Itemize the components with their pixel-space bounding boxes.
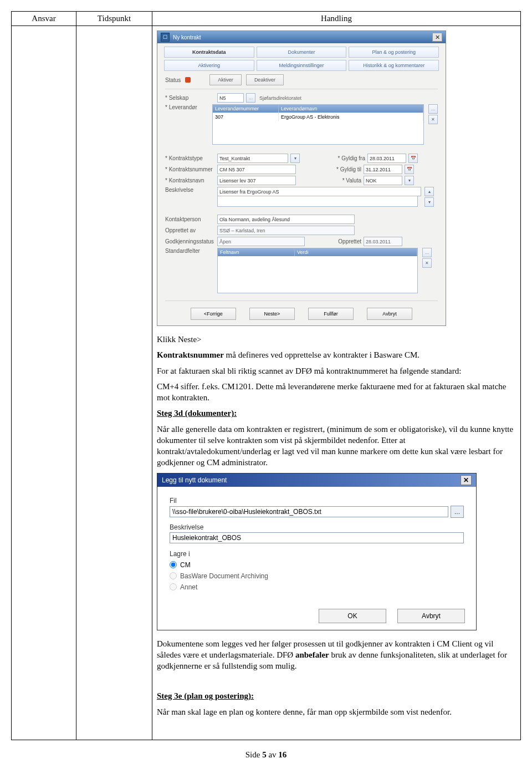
lev-delete-icon[interactable]: ✕ [428, 115, 438, 124]
fil-input[interactable] [170, 506, 448, 517]
cell-handling: ☐ Ny kontrakt ✕ Kontraktsdata Dokumenter… [152, 26, 521, 740]
std-head-feltnavn: Feltnavn [218, 248, 295, 256]
radio-cm[interactable]: CM [170, 561, 464, 569]
radio-annet[interactable]: Annet [170, 583, 464, 591]
gyldigfra-input[interactable]: 28.03.2011 [367, 154, 406, 163]
text-step3e-body: Når man skal lage en plan og kontere den… [157, 706, 516, 717]
prev-button[interactable]: <Forrige [191, 308, 236, 320]
besk-down-icon[interactable]: ▾ [424, 197, 434, 207]
gyldigfra-calendar-icon[interactable]: 📅 [408, 154, 418, 163]
close-icon[interactable]: ✕ [432, 33, 442, 42]
lev-add-icon[interactable]: … [428, 104, 438, 114]
tab-dokumenter[interactable]: Dokumenter [257, 47, 347, 58]
status-label: Status [165, 77, 181, 83]
opprettet-value: 28.03.2011 [364, 237, 402, 246]
fil-label: Fil [170, 497, 464, 505]
knummer-input[interactable]: CM N5 307 [217, 165, 296, 174]
label-gyldfra: * Gyldig fra [332, 155, 365, 161]
lagrei-label: Lagre i [170, 550, 464, 558]
knavn-input[interactable]: Lisenser lev 307 [217, 176, 296, 185]
text-faktura-standard: For at fakturaen skal bli riktig scannet… [157, 365, 516, 376]
label-kperson: Kontaktperson [165, 216, 215, 222]
ktype-input[interactable]: Test_Kontrakt [217, 154, 288, 163]
ok-button[interactable]: OK [319, 609, 386, 623]
label-knummer: * Kontraktsnummer [165, 166, 215, 172]
label-oppav: Opprettet av [165, 227, 215, 233]
label-godstat: Godkjenningsstatus [165, 238, 215, 245]
label-opprettet: Opprettet [328, 238, 361, 245]
standardfelter-grid[interactable]: Feltnavn Verdi [217, 248, 418, 293]
besk-label: Beskrivelse [170, 523, 464, 531]
lev-header-navn: Leverandørnavn [279, 105, 423, 113]
dlg2-title: Legg til nytt dokument [162, 476, 227, 484]
label-selskap: * Selskap [165, 95, 215, 101]
aktiver-button[interactable]: Aktiver [209, 74, 242, 85]
radio-cm-input[interactable] [170, 561, 177, 568]
label-besk: Beskrivelse [165, 187, 215, 193]
kontaktperson-input[interactable]: Ola Normann, avdeling Ålesund [217, 215, 355, 224]
gyldigtil-calendar-icon[interactable]: 📅 [405, 165, 414, 174]
beskrivelse-input[interactable]: Lisenser fra ErgoGroup AS [217, 187, 421, 196]
text-step3d-body: Når alle generelle data om kontrakten er… [157, 424, 516, 469]
cell-tidspunkt [76, 26, 152, 740]
th-tidspunkt: Tidspunkt [76, 12, 152, 26]
page-footer: Side 5 av 16 [11, 750, 521, 760]
label-stdfelt: Standardfelter [165, 248, 215, 254]
valuta-dropdown-icon[interactable]: ▾ [405, 176, 414, 185]
gyldigtil-input[interactable]: 31.12.2011 [364, 165, 402, 174]
label-gyldtil: * Gyldig til [328, 166, 361, 172]
form-area: * Selskap N5 … Sjøfartsdirektoratet * Le… [157, 90, 446, 299]
legg-til-dokument-dialog: Legg til nytt dokument ✕ Fil … Beskrivel… [157, 473, 477, 630]
selskap-code-input[interactable]: N5 [217, 93, 244, 103]
ktype-dropdown-icon[interactable]: ▾ [290, 154, 300, 163]
beskrivelse-input[interactable] [170, 532, 464, 543]
std-delete-icon[interactable]: ✕ [422, 258, 432, 268]
cell-ansvar [12, 26, 76, 740]
wizard-buttons: <Forrige Neste> Fullfør Avbryt [157, 302, 446, 325]
text-kontraktsnummer: Kontraktsnummer må defineres ved opprett… [157, 349, 516, 360]
radio-basware-input[interactable] [170, 572, 177, 579]
std-head-verdi: Verdi [295, 248, 417, 256]
th-ansvar: Ansvar [12, 12, 76, 26]
leverandor-grid[interactable]: Leverandørnummer Leverandørnavn 307 Ergo… [212, 104, 424, 145]
procedure-table: Ansvar Tidspunkt Handling ☐ Ny kontrakt … [11, 11, 521, 740]
tab-meldingsinnstillinger[interactable]: Meldingsinnstillinger [257, 60, 347, 71]
tab-plan-postering[interactable]: Plan & og postering [349, 47, 439, 58]
text-dokumenter-underlag: Dokumentene som legges ved her følger pr… [157, 638, 516, 672]
browse-icon[interactable]: … [451, 506, 464, 518]
status-row: Status Aktiver Deaktiver [157, 72, 446, 88]
valuta-input[interactable]: NOK [364, 176, 402, 185]
opprettetav-value: SSØ – Karlstad, Iren [217, 226, 355, 235]
th-handling: Handling [152, 12, 521, 26]
radio-annet-input[interactable] [170, 583, 177, 590]
selskap-lookup-icon[interactable]: … [246, 93, 255, 103]
deaktiver-button[interactable]: Deaktiver [246, 74, 284, 85]
dlg2-avbryt-button[interactable]: Avbryt [397, 609, 465, 623]
tab-kontraktsdata[interactable]: Kontraktsdata [164, 47, 254, 58]
app-icon: ☐ [161, 33, 170, 42]
radio-basware-archive[interactable]: BasWare Document Archiving [170, 572, 464, 580]
text-cm-siffer: CM+4 siffer. f.eks. CM1201. Dette må lev… [157, 381, 516, 404]
dlg2-close-icon[interactable]: ✕ [461, 475, 472, 485]
status-indicator-icon [185, 77, 191, 83]
std-add-icon[interactable]: … [422, 248, 432, 257]
label-knavn: * Kontraktsnavn [165, 177, 215, 184]
selskap-name: Sjøfartsdirektoratet [258, 94, 328, 102]
next-button[interactable]: Neste> [249, 308, 295, 320]
lev-num: 307 [213, 113, 279, 121]
besk-up-icon[interactable]: ▴ [424, 187, 434, 196]
label-ktype: * Kontraktstype [165, 155, 215, 161]
step-3e-heading: Steg 3e (plan og postering): [157, 691, 254, 700]
label-valuta: * Valuta [328, 177, 361, 184]
tab-historikk[interactable]: Historikk & og kommentarer [349, 60, 439, 71]
ny-kontrakt-dialog: ☐ Ny kontrakt ✕ Kontraktsdata Dokumenter… [157, 30, 446, 326]
text-klikk-neste: Klikk Neste> [157, 334, 516, 345]
fullfor-button[interactable]: Fullfør [308, 308, 354, 320]
dlg2-titlebar: Legg til nytt dokument ✕ [157, 473, 476, 487]
lev-header-num: Leverandørnummer [213, 105, 279, 113]
lev-navn: ErgoGroup AS - Elektronis [279, 113, 423, 121]
tab-aktivering[interactable]: Aktivering [164, 60, 254, 71]
godkjenningsstatus-value: Åpen [217, 237, 305, 246]
avbryt-button[interactable]: Avbryt [367, 308, 412, 320]
step-3d-heading: Steg 3d (dokumenter): [157, 409, 237, 417]
